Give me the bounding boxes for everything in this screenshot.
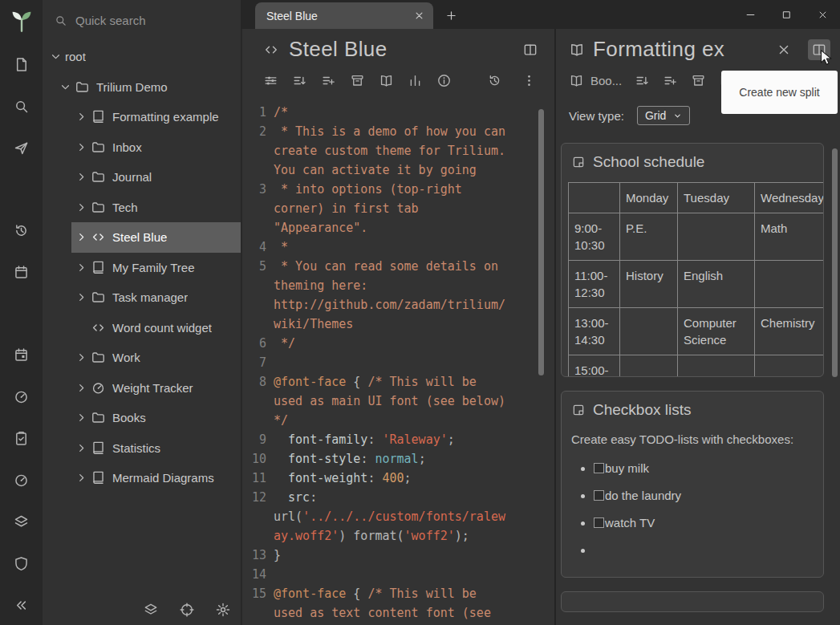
schedule-cell[interactable] — [620, 355, 678, 378]
chevron-right-icon[interactable] — [75, 351, 88, 364]
list-plus-icon[interactable] — [663, 73, 678, 88]
layers-icon[interactable] — [8, 508, 35, 535]
recent-changes-icon[interactable] — [8, 217, 35, 244]
tree-item-journal[interactable]: Journal — [43, 162, 241, 193]
schedule-cell[interactable]: Math — [755, 213, 825, 261]
schedule-cell[interactable]: P.E. — [620, 213, 678, 261]
task-list-icon[interactable] — [8, 424, 35, 452]
tree-item-weight-tracker[interactable]: Weight Tracker — [43, 373, 241, 404]
chevron-right-icon[interactable] — [75, 201, 88, 214]
schedule-cell[interactable] — [620, 308, 678, 355]
chevron-right-icon[interactable] — [75, 230, 88, 244]
new-note-icon[interactable] — [8, 51, 35, 78]
schedule-cell[interactable] — [755, 261, 825, 308]
child-note-card-school-schedule[interactable]: School schedule MondayTuesdayWednesday9:… — [561, 143, 824, 377]
schedule-cell[interactable] — [755, 355, 825, 378]
search-icon[interactable] — [8, 92, 35, 120]
schedule-cell[interactable]: Computer Science — [678, 308, 755, 355]
editor-scrollbar[interactable] — [538, 109, 544, 375]
chevron-down-icon[interactable] — [59, 80, 72, 94]
sliders-icon[interactable] — [263, 73, 278, 88]
scroll-to-active-note-icon[interactable] — [179, 602, 195, 618]
history-icon[interactable] — [487, 73, 502, 88]
tree-item-statistics[interactable]: Statistics — [43, 433, 241, 464]
chevron-right-icon[interactable] — [75, 381, 88, 395]
schedule-cell[interactable]: 11:00-12:30 — [569, 261, 620, 308]
pane-scrollbar[interactable] — [832, 148, 838, 377]
child-note-card-partial[interactable] — [561, 591, 824, 612]
trilium-logo[interactable] — [9, 8, 34, 34]
view-type-select[interactable]: Grid — [637, 106, 690, 125]
tree-item-inbox[interactable]: Inbox — [43, 132, 241, 163]
note-title[interactable]: Steel Blue — [289, 37, 513, 62]
metrics-icon[interactable] — [8, 466, 35, 493]
chevron-right-icon[interactable] — [75, 140, 88, 154]
tree-settings-icon[interactable] — [215, 602, 231, 618]
chevron-right-icon[interactable] — [75, 261, 88, 274]
list-plus-icon[interactable] — [321, 73, 336, 88]
tree-item-steel-blue[interactable]: Steel Blue — [43, 222, 241, 253]
close-window-button[interactable] — [817, 9, 829, 21]
new-tab-button[interactable] — [444, 9, 458, 22]
shield-icon[interactable] — [8, 550, 35, 577]
book-note-icon[interactable] — [569, 42, 585, 58]
tree-item-task-manager[interactable]: Task manager — [43, 282, 241, 313]
tree-item-my-family-tree[interactable]: My Family Tree — [43, 253, 241, 283]
chevron-right-icon[interactable] — [75, 110, 88, 124]
schedule-cell[interactable]: 13:00-14:30 — [569, 308, 620, 355]
schedule-cell[interactable]: 9:00-10:30 — [569, 213, 620, 261]
tree-item-tech[interactable]: Tech — [43, 193, 241, 223]
calendar-icon[interactable] — [8, 258, 35, 286]
jump-to-note-icon[interactable] — [8, 134, 35, 161]
chevron-right-icon[interactable] — [75, 290, 88, 304]
create-split-button[interactable] — [522, 42, 538, 58]
list-check-icon[interactable] — [635, 73, 650, 88]
code-editor[interactable]: 1/*2 * This is a demo of how you can cre… — [242, 103, 554, 623]
info-icon[interactable] — [436, 73, 452, 88]
hide-launcher-icon[interactable] — [8, 591, 35, 619]
tree-item-root[interactable]: root — [43, 42, 241, 72]
code-note-icon[interactable] — [263, 42, 279, 58]
chevron-right-icon[interactable] — [75, 170, 88, 184]
schedule-cell[interactable] — [678, 355, 755, 378]
tree-item-formatting-example[interactable]: Formatting example — [43, 102, 241, 132]
schedule-cell[interactable]: English — [678, 261, 755, 308]
tree-item-trilium-demo[interactable]: Trilium Demo — [43, 72, 241, 103]
tab-close-icon[interactable] — [413, 10, 425, 22]
today-icon[interactable] — [8, 341, 35, 368]
tab-steel-blue[interactable]: Steel Blue — [255, 2, 433, 29]
create-split-button[interactable] — [808, 39, 830, 60]
maximize-button[interactable] — [781, 9, 793, 21]
card-title[interactable]: Checkbox lists — [593, 401, 692, 419]
child-note-card-checkbox-lists[interactable]: Checkbox lists Create easy TODO-lists wi… — [561, 391, 824, 578]
chevron-down-icon[interactable] — [49, 50, 63, 63]
note-title[interactable]: Formatting ex — [593, 37, 768, 62]
schedule-cell[interactable]: 15:00-16:30 — [569, 355, 620, 378]
schedule-cell[interactable]: History — [620, 261, 678, 308]
book-icon[interactable] — [379, 73, 394, 88]
chevron-right-icon[interactable] — [75, 441, 88, 455]
todo-checkbox[interactable] — [594, 490, 604, 501]
list-check-icon[interactable] — [292, 73, 307, 88]
tree-item-mermaid-diagrams[interactable]: Mermaid Diagrams — [43, 463, 241, 493]
bar-chart-icon[interactable] — [408, 73, 423, 88]
ribbon-tab-book-properties[interactable]: Boo... — [569, 73, 622, 88]
archive-icon[interactable] — [350, 73, 365, 88]
kebab-menu-icon[interactable] — [521, 73, 537, 88]
archive-icon[interactable] — [691, 73, 706, 88]
tree-item-word-count-widget[interactable]: Word count widget — [43, 313, 241, 343]
tree-item-books[interactable]: Books — [43, 403, 241, 433]
chevron-right-icon[interactable] — [75, 411, 88, 424]
schedule-cell[interactable] — [678, 213, 755, 261]
chevron-right-icon[interactable] — [75, 471, 88, 485]
tree-item-work[interactable]: Work — [43, 343, 241, 373]
close-pane-icon[interactable] — [776, 42, 792, 58]
schedule-cell[interactable]: Chemistry — [755, 308, 825, 355]
todo-checkbox[interactable] — [594, 463, 604, 473]
dashboard-icon[interactable] — [8, 383, 35, 410]
collapse-tree-icon[interactable] — [143, 602, 159, 618]
minimize-button[interactable] — [745, 9, 757, 21]
quick-search-input[interactable]: Quick search — [43, 0, 241, 35]
todo-checkbox[interactable] — [594, 517, 604, 528]
card-title[interactable]: School schedule — [593, 153, 704, 171]
